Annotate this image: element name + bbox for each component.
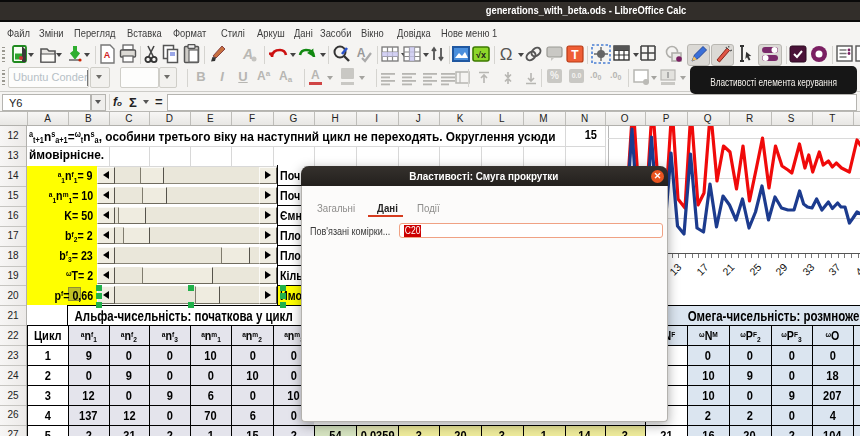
svg-text:√x: √x bbox=[476, 50, 486, 60]
svg-text:A: A bbox=[242, 46, 253, 62]
svg-text:Ω: Ω bbox=[500, 45, 513, 64]
svg-text:T: T bbox=[571, 48, 579, 62]
svg-text:A: A bbox=[357, 46, 366, 60]
svg-text:A: A bbox=[104, 50, 111, 60]
